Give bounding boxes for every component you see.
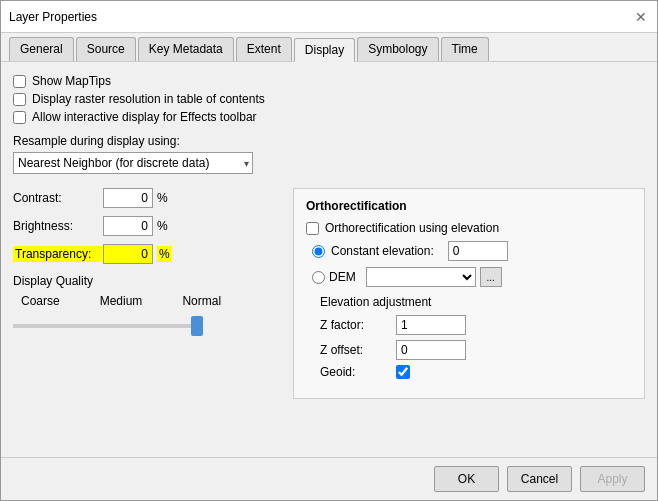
quality-medium: Medium <box>100 294 143 308</box>
quality-section: Display Quality Coarse Medium Normal <box>13 274 273 342</box>
tab-key-metadata[interactable]: Key Metadata <box>138 37 234 61</box>
dem-radio[interactable] <box>312 271 325 284</box>
left-column: Contrast: % Brightness: % Transparency: … <box>13 188 273 342</box>
constant-elevation-radio[interactable] <box>312 245 325 258</box>
transparency-input[interactable] <box>103 244 153 264</box>
z-factor-input[interactable] <box>396 315 466 335</box>
brightness-row: Brightness: % <box>13 216 273 236</box>
show-maptips-row: Show MapTips <box>13 74 645 88</box>
tab-source[interactable]: Source <box>76 37 136 61</box>
z-factor-row: Z factor: <box>320 315 632 335</box>
z-offset-input[interactable] <box>396 340 466 360</box>
window-title: Layer Properties <box>9 10 97 24</box>
ortho-using-elevation-checkbox[interactable] <box>306 222 319 235</box>
tab-extent[interactable]: Extent <box>236 37 292 61</box>
tab-general[interactable]: General <box>9 37 74 61</box>
display-raster-label: Display raster resolution in table of co… <box>32 92 265 106</box>
transparency-label: Transparency: <box>13 246 103 262</box>
contrast-row: Contrast: % <box>13 188 273 208</box>
tab-display[interactable]: Display <box>294 38 355 62</box>
show-maptips-label: Show MapTips <box>32 74 111 88</box>
show-maptips-checkbox[interactable] <box>13 75 26 88</box>
transparency-unit: % <box>157 246 172 262</box>
brightness-label: Brightness: <box>13 219 103 233</box>
resample-dropdown-wrapper: Nearest Neighbor (for discrete data) ▾ <box>13 152 253 174</box>
resample-dropdown[interactable]: Nearest Neighbor (for discrete data) <box>13 152 253 174</box>
contrast-label: Contrast: <box>13 191 103 205</box>
z-offset-row: Z offset: <box>320 340 632 360</box>
two-col-layout: Contrast: % Brightness: % Transparency: … <box>13 188 645 399</box>
transparency-row: Transparency: % <box>13 244 273 264</box>
display-raster-checkbox[interactable] <box>13 93 26 106</box>
z-factor-label: Z factor: <box>320 318 390 332</box>
tab-time[interactable]: Time <box>441 37 489 61</box>
allow-interactive-checkbox[interactable] <box>13 111 26 124</box>
cancel-button[interactable]: Cancel <box>507 466 572 492</box>
quality-slider[interactable] <box>13 324 203 328</box>
quality-normal: Normal <box>182 294 221 308</box>
quality-label: Display Quality <box>13 274 273 288</box>
quality-markers: Coarse Medium Normal <box>21 294 273 308</box>
apply-button[interactable]: Apply <box>580 466 645 492</box>
display-raster-row: Display raster resolution in table of co… <box>13 92 645 106</box>
elevation-adjustment-title: Elevation adjustment <box>320 295 632 309</box>
dem-browse-button[interactable]: ... <box>480 267 502 287</box>
resample-row: Nearest Neighbor (for discrete data) ▾ <box>13 152 645 174</box>
brightness-input[interactable] <box>103 216 153 236</box>
content-area: Show MapTips Display raster resolution i… <box>1 62 657 457</box>
brightness-unit: % <box>157 219 168 233</box>
geoid-label: Geoid: <box>320 365 390 379</box>
resample-label: Resample during display using: <box>13 134 645 148</box>
constant-elevation-row: Constant elevation: <box>312 241 632 261</box>
footer: OK Cancel Apply <box>1 457 657 500</box>
title-bar: Layer Properties ✕ <box>1 1 657 33</box>
z-offset-label: Z offset: <box>320 343 390 357</box>
quality-slider-wrapper <box>13 312 203 342</box>
dem-dropdown[interactable] <box>366 267 476 287</box>
ortho-title: Orthorectification <box>306 199 632 213</box>
constant-elevation-input[interactable] <box>448 241 508 261</box>
tab-symbology[interactable]: Symbology <box>357 37 438 61</box>
ortho-using-elevation-label: Orthorectification using elevation <box>325 221 499 235</box>
geoid-checkbox[interactable] <box>396 365 410 379</box>
checkboxes-section: Show MapTips Display raster resolution i… <box>13 74 645 124</box>
close-button[interactable]: ✕ <box>633 9 649 25</box>
ok-button[interactable]: OK <box>434 466 499 492</box>
orthorectification-panel: Orthorectification Orthorectification us… <box>293 188 645 399</box>
contrast-unit: % <box>157 191 168 205</box>
allow-interactive-row: Allow interactive display for Effects to… <box>13 110 645 124</box>
contrast-input[interactable] <box>103 188 153 208</box>
quality-coarse: Coarse <box>21 294 60 308</box>
constant-elevation-label: Constant elevation: <box>331 244 434 258</box>
ortho-using-elevation-row: Orthorectification using elevation <box>306 221 632 235</box>
dem-label: DEM <box>329 270 356 284</box>
elevation-adjustment-section: Elevation adjustment Z factor: Z offset:… <box>320 295 632 379</box>
tab-bar: General Source Key Metadata Extent Displ… <box>1 33 657 62</box>
layer-properties-window: Layer Properties ✕ General Source Key Me… <box>0 0 658 501</box>
dem-row: DEM ... <box>312 267 632 287</box>
allow-interactive-label: Allow interactive display for Effects to… <box>32 110 257 124</box>
geoid-row: Geoid: <box>320 365 632 379</box>
